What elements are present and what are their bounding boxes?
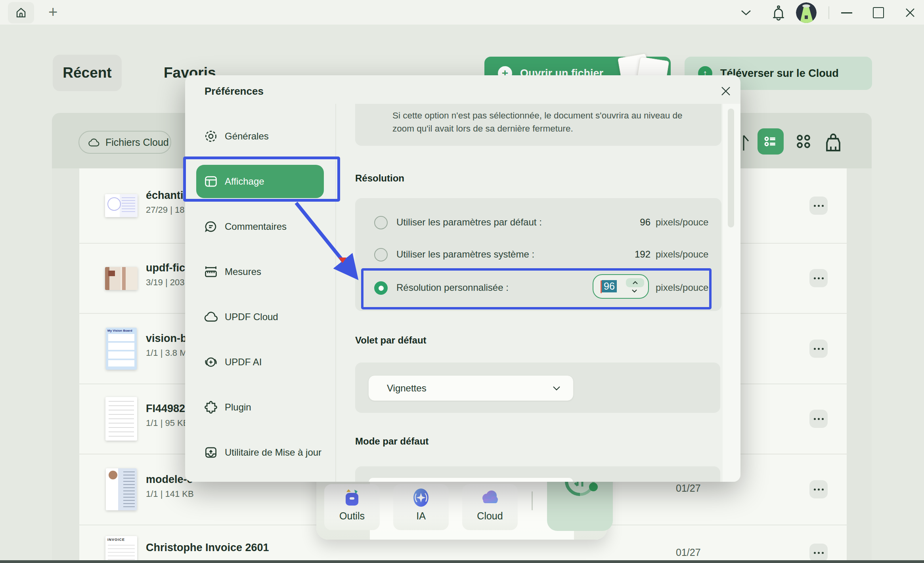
- dock-tools-label: Outils: [339, 510, 365, 522]
- minimize-button[interactable]: [837, 6, 856, 20]
- sidebar-item-label: Utilitaire de Mise à jour: [225, 447, 321, 458]
- radio-label: Utiliser les paramètres par défaut :: [396, 217, 542, 228]
- file-thumbnail: [105, 194, 138, 217]
- file-thumbnail: [105, 397, 137, 441]
- annotation-red-triangle: [339, 258, 346, 263]
- file-meta: 1/1 | 141 KB: [146, 489, 194, 499]
- file-name: FI449828: [146, 403, 191, 415]
- file-thumbnail: My Vision Board: [106, 328, 137, 370]
- radio-system[interactable]: [374, 248, 388, 261]
- sidebar-item-generales[interactable]: Générales: [196, 120, 324, 153]
- comment-bubble-icon: [203, 219, 218, 234]
- file-thumbnail: INVOICE: [105, 536, 137, 563]
- close-window-button[interactable]: [901, 6, 920, 20]
- sidebar-item-updf-ai[interactable]: UPDF AI: [196, 345, 324, 379]
- annotation-box-custom-resolution: [361, 268, 712, 309]
- file-more-button[interactable]: [809, 269, 828, 287]
- thumbnail-title: My Vision Board: [107, 329, 132, 332]
- grid-view-toggle[interactable]: [794, 132, 813, 151]
- file-thumbnail: [105, 267, 138, 290]
- dialog-title: Préférences: [205, 85, 264, 97]
- sidebar-item-updf-cloud[interactable]: UPDF Cloud: [196, 300, 324, 334]
- gear-icon: [203, 129, 218, 144]
- file-more-button[interactable]: [809, 544, 828, 562]
- radio-row-system[interactable]: Utiliser les paramètres système : 192 pi…: [355, 243, 721, 267]
- dock-ai-label: IA: [416, 510, 426, 522]
- mode-select[interactable]: [368, 477, 574, 482]
- cloud-icon: [88, 137, 100, 147]
- home-tab[interactable]: [8, 2, 34, 23]
- file-meta: 1/1 | 95 KB: [146, 418, 189, 428]
- avatar[interactable]: [796, 2, 817, 23]
- radio-default[interactable]: [374, 216, 388, 229]
- clean-broom-icon[interactable]: [822, 130, 844, 154]
- default-mode-card: [355, 466, 720, 482]
- chevron-down-icon[interactable]: [738, 6, 754, 19]
- new-tab-button[interactable]: +: [48, 3, 57, 21]
- cloud-icon: [203, 309, 218, 324]
- toolbox-icon: [341, 487, 363, 509]
- zoom-option-note: Si cette option n'est pas sélectionnée, …: [355, 104, 721, 146]
- thumbnail-title: INVOICE: [107, 538, 125, 542]
- sidebar-item-label: Générales: [225, 131, 269, 142]
- tab-recent-label: Récent: [63, 65, 111, 81]
- ai-icon: [410, 487, 432, 509]
- cloud-app-icon: [478, 487, 501, 509]
- cloud-files-button[interactable]: Fichiers Cloud: [78, 131, 171, 154]
- dock-item-tools[interactable]: Outils: [324, 484, 380, 530]
- radio-row-default[interactable]: Utiliser les paramètres par défaut : 96 …: [355, 210, 721, 236]
- resolution-value: 192: [593, 249, 650, 260]
- panel-select-value: Vignettes: [387, 383, 427, 394]
- dock-item-cloud[interactable]: Cloud: [462, 484, 518, 530]
- dialog-scrollbar-thumb[interactable]: [728, 109, 734, 227]
- resolution-value: 96: [593, 217, 650, 228]
- file-thumbnail: [106, 468, 137, 510]
- file-more-button[interactable]: [809, 410, 828, 428]
- ruler-icon: [203, 264, 218, 279]
- sidebar-item-update-utility[interactable]: Utilitaire de Mise à jour: [196, 436, 324, 469]
- file-more-button[interactable]: [809, 340, 828, 358]
- update-box-icon: [203, 445, 218, 460]
- list-view-toggle[interactable]: [758, 128, 784, 155]
- resolution-heading: Résolution: [355, 173, 404, 184]
- panel-select[interactable]: Vignettes: [368, 375, 574, 401]
- file-meta: 1/1 | 3.8 M: [146, 348, 187, 358]
- dock-divider: [532, 491, 533, 510]
- cloud-files-label: Fichiers Cloud: [105, 137, 169, 148]
- sort-arrow-icon[interactable]: [740, 132, 750, 151]
- default-mode-heading: Mode par défaut: [355, 436, 429, 447]
- radio-label: Utiliser les paramètres système :: [396, 249, 534, 260]
- tab-recent[interactable]: Récent: [53, 55, 122, 91]
- status-dot: [589, 483, 598, 491]
- sidebar-item-label: Commentaires: [225, 221, 287, 232]
- sidebar-item-plugin[interactable]: Plugin: [196, 391, 324, 424]
- titlebar-divider: [828, 6, 829, 19]
- default-panel-card: Vignettes: [355, 363, 720, 413]
- taskbar-edge: [0, 560, 924, 563]
- dock-cloud-label: Cloud: [477, 510, 503, 522]
- resolution-unit: pixels/pouce: [656, 217, 708, 228]
- ai-sparkle-icon: [203, 355, 218, 370]
- app-window: + Récent Favoris + Ouvrir un fichier ↑: [0, 0, 924, 563]
- dock-item-ai[interactable]: IA: [393, 484, 449, 530]
- annotation-box-affichage: [183, 156, 340, 202]
- puzzle-icon: [203, 400, 218, 415]
- sidebar-item-label: UPDF AI: [225, 357, 262, 368]
- sidebar-item-label: UPDF Cloud: [225, 311, 278, 323]
- file-date: 01/27: [676, 483, 701, 494]
- chevron-down-icon: [553, 386, 561, 391]
- sidebar-item-label: Mesures: [225, 266, 261, 277]
- home-icon: [15, 6, 27, 19]
- file-date: 01/27: [676, 547, 701, 558]
- file-name: Christophe Invoice 2601: [146, 542, 269, 554]
- file-more-button[interactable]: [809, 480, 828, 498]
- file-more-button[interactable]: [809, 197, 828, 215]
- notifications-bell-icon[interactable]: [770, 4, 787, 23]
- note-text: Si cette option n'est pas sélectionnée, …: [355, 104, 721, 135]
- sidebar-item-label: Plugin: [225, 402, 251, 413]
- resolution-unit: pixels/pouce: [656, 249, 708, 260]
- dialog-close-button[interactable]: [717, 82, 735, 100]
- maximize-button[interactable]: [869, 6, 888, 20]
- annotation-arrow: [283, 196, 367, 285]
- default-panel-heading: Volet par défaut: [355, 335, 427, 346]
